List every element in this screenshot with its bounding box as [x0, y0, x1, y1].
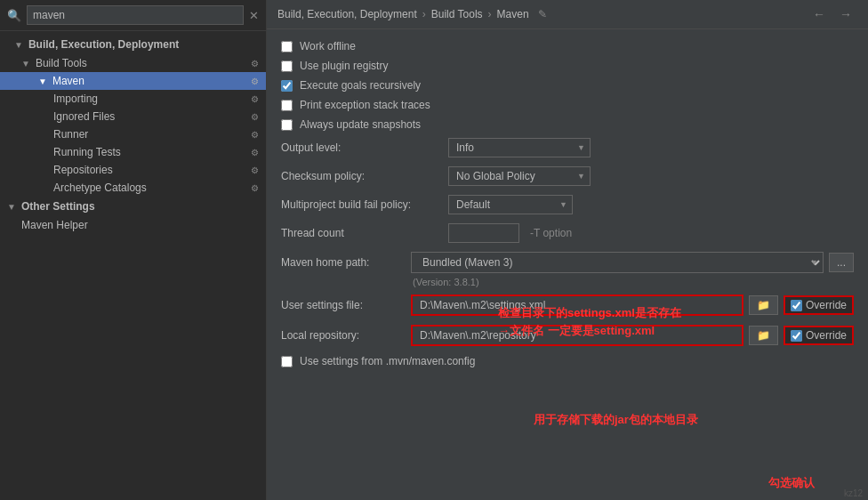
- sidebar-group-build-execution[interactable]: ▼ Build, Execution, Deployment: [0, 35, 266, 54]
- breadcrumb-item-2[interactable]: Build Tools: [431, 8, 483, 20]
- main-container: 🔍 maven ✕ ▼ Build, Execution, Deployment…: [0, 0, 868, 500]
- breadcrumb-separator: ›: [488, 8, 492, 20]
- maven-home-row: Maven home path: Bundled (Maven 3) Custo…: [281, 252, 854, 273]
- maven-home-select[interactable]: Bundled (Maven 3) Custom...: [411, 252, 824, 273]
- indicator-icon: ⚙: [251, 77, 259, 86]
- sidebar-item-maven-helper[interactable]: Maven Helper: [0, 216, 266, 234]
- search-input[interactable]: maven: [27, 5, 244, 25]
- maven-home-browse-button[interactable]: ...: [829, 253, 854, 272]
- local-repository-browse-button[interactable]: 📁: [749, 326, 778, 345]
- user-settings-override-checkbox[interactable]: [791, 300, 802, 311]
- chevron-icon: ▼: [14, 40, 23, 50]
- output-level-select-wrapper: Info Debug Warn Error: [448, 138, 591, 157]
- always-update-label: Always update snapshots: [300, 118, 421, 131]
- indicator-icon: ⚙: [251, 94, 259, 104]
- use-plugin-registry-label: Use plugin registry: [300, 60, 388, 72]
- sidebar-item-label: Build Tools: [36, 57, 87, 69]
- thread-count-input[interactable]: [448, 223, 519, 243]
- annotation-4: 勾选确认: [768, 475, 815, 491]
- user-settings-input[interactable]: [411, 294, 743, 316]
- sidebar-item-build-tools[interactable]: ▼ Build Tools ⚙: [0, 54, 266, 72]
- maven-version-text: (Version: 3.8.1): [413, 277, 479, 287]
- sidebar-item-maven[interactable]: ▼ Maven ⚙: [0, 72, 266, 90]
- local-repository-row: Local repository: 📁 Override: [281, 325, 854, 346]
- output-level-label: Output level:: [281, 141, 441, 154]
- checkbox-use-plugin-registry: Use plugin registry: [281, 60, 854, 72]
- local-repository-override-label: Override: [806, 329, 847, 342]
- maven-version-row: (Version: 3.8.1): [281, 277, 854, 287]
- sidebar-item-archetype-catalogs[interactable]: Archetype Catalogs ⚙: [0, 179, 266, 197]
- breadcrumb-item-1[interactable]: Build, Execution, Deployment: [277, 8, 417, 20]
- thread-count-label: Thread count: [281, 227, 441, 239]
- sidebar-item-ignored-files[interactable]: Ignored Files ⚙: [0, 108, 266, 125]
- multiproject-policy-label: Multiproject build fail policy:: [281, 198, 441, 211]
- sidebar-group-label: Other Settings: [21, 200, 95, 213]
- indicator-icon: ⚙: [251, 183, 259, 193]
- sidebar-item-label: Running Tests: [53, 146, 121, 158]
- maven-home-select-wrapper: Bundled (Maven 3) Custom...: [411, 252, 824, 273]
- checkbox-print-stack-traces: Print exception stack traces: [281, 99, 854, 111]
- sidebar-item-label: Maven: [52, 75, 84, 87]
- user-settings-override-section: Override: [784, 295, 854, 315]
- indicator-icon: ⚙: [251, 148, 259, 157]
- output-level-row: Output level: Info Debug Warn Error: [281, 138, 854, 157]
- breadcrumb-navigation: ← →: [808, 5, 857, 23]
- chevron-icon: ▼: [38, 77, 47, 86]
- breadcrumb-item-3[interactable]: Maven: [497, 8, 529, 20]
- maven-home-label: Maven home path:: [281, 256, 406, 269]
- sidebar: 🔍 maven ✕ ▼ Build, Execution, Deployment…: [0, 0, 267, 500]
- use-settings-checkbox[interactable]: [281, 356, 293, 367]
- chevron-icon: ▼: [21, 59, 30, 69]
- work-offline-checkbox[interactable]: [281, 41, 293, 52]
- chevron-icon: ▼: [7, 202, 16, 212]
- page-indicator: kz12: [844, 488, 863, 498]
- sidebar-item-label: Archetype Catalogs: [53, 181, 147, 194]
- breadcrumb: Build, Execution, Deployment › Build Too…: [267, 0, 868, 29]
- breadcrumb-separator: ›: [422, 8, 426, 20]
- tree-container: ▼ Build, Execution, Deployment ▼ Build T…: [0, 31, 266, 500]
- indicator-icon: ⚙: [251, 165, 259, 175]
- user-settings-row: User settings file: 📁 Override: [281, 294, 854, 316]
- multiproject-policy-select[interactable]: Default Fail at End Never Fail: [448, 195, 573, 214]
- content-panel: Build, Execution, Deployment › Build Too…: [267, 0, 868, 500]
- settings-content: Work offline Use plugin registry Execute…: [267, 29, 868, 500]
- work-offline-label: Work offline: [300, 40, 356, 52]
- sidebar-item-label: Importing: [53, 93, 98, 105]
- search-clear-icon[interactable]: ✕: [249, 9, 259, 22]
- execute-goals-checkbox[interactable]: [281, 80, 293, 92]
- user-settings-override-label: Override: [806, 299, 847, 311]
- checksum-policy-row: Checksum policy: No Global Policy Fail W…: [281, 166, 854, 186]
- sidebar-group-other-settings[interactable]: ▼ Other Settings: [0, 197, 266, 216]
- multiproject-policy-row: Multiproject build fail policy: Default …: [281, 195, 854, 214]
- indicator-icon: ⚙: [251, 59, 259, 69]
- print-stack-traces-label: Print exception stack traces: [300, 99, 430, 111]
- local-repository-input[interactable]: [411, 325, 743, 346]
- local-repository-label: Local repository:: [281, 329, 406, 342]
- output-level-select[interactable]: Info Debug Warn Error: [448, 138, 591, 157]
- print-stack-traces-checkbox[interactable]: [281, 100, 293, 111]
- search-bar: 🔍 maven ✕: [0, 0, 266, 31]
- use-plugin-registry-checkbox[interactable]: [281, 60, 293, 72]
- search-icon: 🔍: [7, 9, 21, 22]
- indicator-icon: ⚙: [251, 130, 259, 140]
- sidebar-item-label: Repositories: [53, 164, 113, 176]
- checkbox-always-update: Always update snapshots: [281, 118, 854, 131]
- always-update-checkbox[interactable]: [281, 119, 293, 131]
- forward-button[interactable]: →: [834, 5, 857, 23]
- back-button[interactable]: ←: [808, 5, 831, 23]
- sidebar-item-repositories[interactable]: Repositories ⚙: [0, 161, 266, 179]
- use-settings-row: Use settings from .mvn/maven.config: [281, 355, 854, 367]
- local-repository-override-checkbox[interactable]: [791, 330, 802, 342]
- sidebar-item-importing[interactable]: Importing ⚙: [0, 90, 266, 108]
- sidebar-item-label: Maven Helper: [21, 219, 88, 231]
- sidebar-item-runner[interactable]: Runner ⚙: [0, 125, 266, 143]
- local-repository-override-section: Override: [784, 326, 854, 345]
- indicator-icon: ⚙: [251, 112, 259, 122]
- thread-count-row: Thread count -T option: [281, 223, 854, 243]
- sidebar-item-label: Runner: [53, 128, 88, 141]
- checksum-policy-select[interactable]: No Global Policy Fail Warn Ignore: [448, 166, 591, 186]
- checksum-policy-label: Checksum policy:: [281, 170, 441, 182]
- user-settings-browse-button[interactable]: 📁: [749, 295, 778, 315]
- sidebar-item-running-tests[interactable]: Running Tests ⚙: [0, 143, 266, 161]
- breadcrumb-edit-icon[interactable]: ✎: [538, 8, 547, 20]
